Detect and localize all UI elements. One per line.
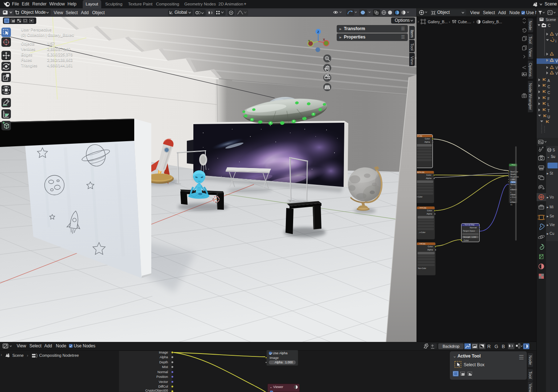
svg-text:L: L <box>547 103 550 107</box>
svg-text:Y: Y <box>308 39 310 43</box>
svg-text:X: X <box>323 38 325 41</box>
svg-text:V: V <box>555 66 558 70</box>
svg-text:V: V <box>555 33 558 37</box>
svg-text:C: C <box>548 24 550 28</box>
svg-text:A: A <box>547 79 550 83</box>
svg-text:i: i <box>555 39 556 43</box>
svg-text:C: C <box>547 85 550 89</box>
svg-text:Scene: Scene <box>546 18 556 22</box>
svg-text:T: T <box>547 109 550 113</box>
svg-text:C: C <box>547 91 550 95</box>
svg-text:Z: Z <box>317 30 319 34</box>
svg-text:U: U <box>547 115 550 119</box>
svg-text:V: V <box>555 72 558 75</box>
svg-text:V: V <box>555 59 558 63</box>
svg-text:S: S <box>553 148 555 152</box>
svg-text:F: F <box>547 97 550 101</box>
